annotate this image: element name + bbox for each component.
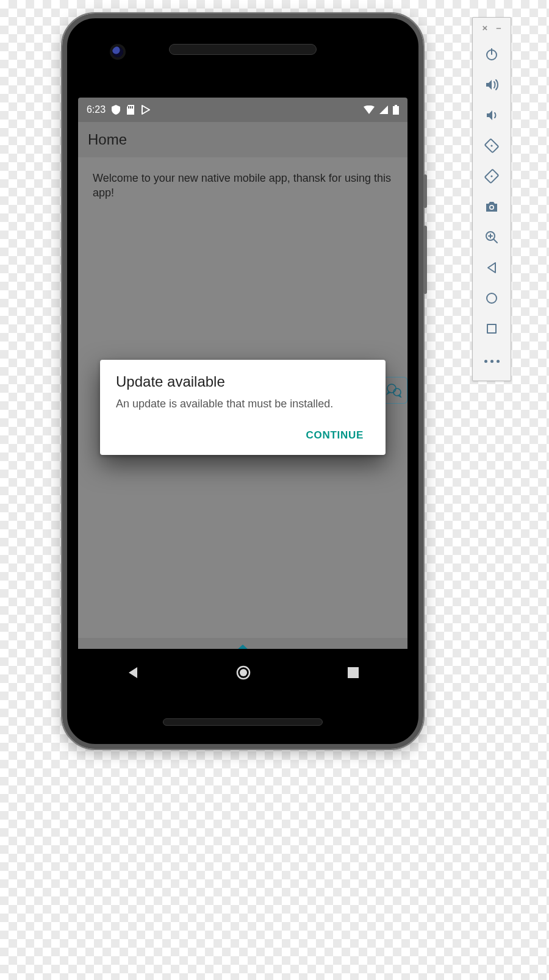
home-circle-icon	[485, 291, 498, 305]
phone-chin-bar	[163, 718, 323, 726]
svg-rect-0	[128, 106, 129, 109]
emulator-more-button[interactable]	[479, 344, 504, 374]
nav-home-button[interactable]	[235, 665, 251, 681]
phone-side-button	[423, 226, 427, 294]
sd-card-icon	[126, 105, 135, 115]
svg-rect-9	[348, 667, 359, 678]
app-header: Home	[78, 122, 407, 157]
emulator-close-button[interactable]: ×	[482, 23, 487, 33]
emulator-power-button[interactable]	[479, 39, 504, 70]
welcome-text: Welcome to your new native mobile app, t…	[78, 157, 407, 201]
svg-rect-2	[132, 106, 133, 109]
svg-point-22	[487, 293, 497, 303]
svg-point-8	[240, 669, 247, 676]
page-title: Home	[88, 131, 127, 148]
emulator-zoom-button[interactable]	[479, 222, 504, 252]
phone-screen: 6:23 Home Welcome to your new native mob…	[78, 98, 407, 696]
update-available-dialog: Update available An update is available …	[100, 360, 386, 455]
status-clock: 6:23	[87, 104, 106, 115]
phone-front-camera	[112, 46, 123, 57]
wifi-icon	[364, 106, 375, 114]
emulator-overview-button[interactable]	[479, 313, 504, 344]
back-triangle-icon	[485, 261, 498, 274]
phone-device-frame: 6:23 Home Welcome to your new native mob…	[62, 13, 423, 749]
cellular-signal-icon	[379, 106, 388, 114]
nav-overview-button[interactable]	[347, 667, 359, 679]
rotate-right-icon	[484, 168, 500, 184]
more-dots-icon	[484, 360, 500, 363]
volume-down-icon	[484, 108, 499, 123]
status-left: 6:23	[87, 104, 151, 115]
nav-back-button[interactable]	[126, 666, 140, 679]
shield-icon	[112, 105, 120, 115]
volume-up-icon	[484, 77, 499, 92]
svg-rect-23	[487, 324, 496, 333]
camera-icon	[484, 200, 499, 213]
play-store-icon	[141, 105, 151, 115]
svg-line-19	[493, 239, 497, 243]
svg-rect-1	[130, 106, 131, 109]
emulator-home-button[interactable]	[479, 283, 504, 313]
emulator-back-button[interactable]	[479, 252, 504, 283]
svg-rect-4	[395, 105, 397, 106]
power-icon	[484, 47, 499, 62]
emulator-screenshot-button[interactable]	[479, 191, 504, 222]
continue-button[interactable]: CONTINUE	[300, 424, 370, 446]
status-right	[364, 105, 399, 115]
phone-side-button	[423, 174, 427, 208]
emulator-rotate-left-button[interactable]	[479, 131, 504, 161]
overview-square-icon	[486, 323, 498, 335]
emulator-rotate-right-button[interactable]	[479, 161, 504, 191]
svg-point-5	[387, 384, 396, 393]
zoom-in-icon	[484, 230, 499, 245]
chat-bubbles-icon	[386, 383, 402, 398]
svg-rect-3	[393, 106, 399, 115]
dialog-title: Update available	[116, 373, 370, 390]
android-status-bar: 6:23	[78, 98, 407, 122]
rotate-left-icon	[484, 138, 500, 154]
svg-point-15	[490, 175, 492, 177]
android-soft-nav	[78, 649, 407, 696]
emulator-control-panel: × –	[472, 17, 511, 381]
emulator-volume-up-button[interactable]	[479, 70, 504, 100]
dialog-message: An update is available that must be inst…	[116, 396, 370, 411]
phone-earpiece	[169, 44, 317, 55]
emulator-volume-down-button[interactable]	[479, 100, 504, 131]
svg-point-17	[490, 206, 493, 209]
emulator-minimize-button[interactable]: –	[496, 23, 501, 33]
battery-icon	[393, 105, 399, 115]
svg-point-13	[490, 145, 492, 146]
